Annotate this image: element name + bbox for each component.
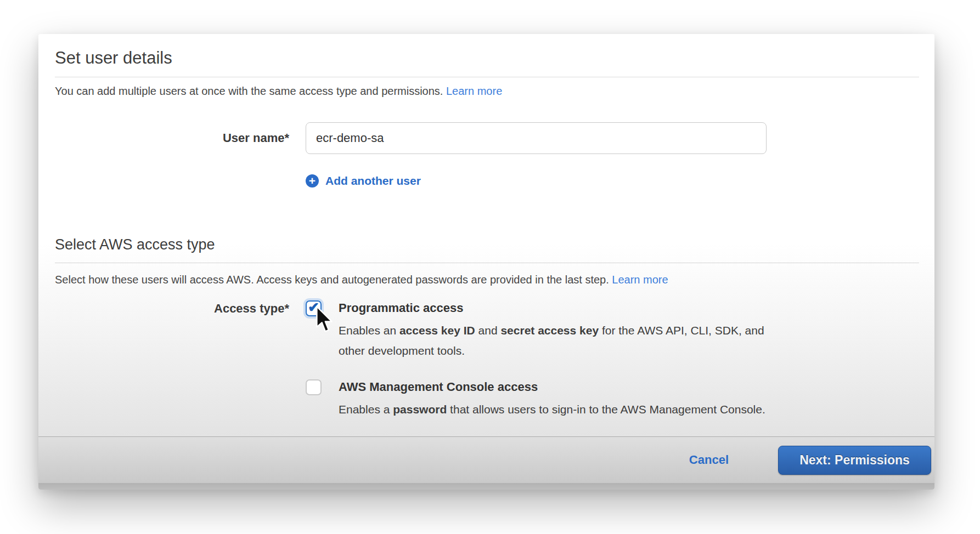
checkmark-icon: ✔ [308, 299, 319, 315]
access-type-section-heading: Select AWS access type [55, 236, 215, 253]
access-type-label: Access type* [55, 300, 289, 436]
option-console-access: ✔ AWS Management Console access Enables … [306, 379, 765, 419]
divider [55, 263, 919, 263]
access-type-description: Select how these users will access AWS. … [55, 274, 668, 286]
user-details-description-text: You can add multiple users at once with … [55, 85, 446, 97]
console-access-description: Enables a password that allows users to … [339, 399, 765, 419]
wizard-footer: Cancel Next: Permissions [38, 436, 934, 483]
learn-more-link-user-details[interactable]: Learn more [446, 85, 502, 97]
add-another-user-label: Add another user [325, 174, 421, 188]
page-title: Set user details [55, 48, 172, 68]
user-name-label: User name* [55, 131, 289, 145]
option-text: AWS Management Console access Enables a … [339, 379, 765, 419]
add-user-wizard-panel: Set user details You can add multiple us… [38, 34, 934, 490]
option-programmatic-access: ✔ Programmatic access Enables an access … [306, 300, 765, 361]
access-type-row: Access type* ✔ Programmatic access Enabl… [55, 300, 918, 436]
panel-bottom-edge [38, 483, 934, 490]
console-access-checkbox[interactable]: ✔ [306, 379, 322, 395]
divider [55, 77, 919, 77]
programmatic-access-title: Programmatic access [339, 300, 764, 315]
access-type-description-text: Select how these users will access AWS. … [55, 274, 612, 286]
programmatic-access-checkbox[interactable]: ✔ [306, 300, 322, 316]
learn-more-link-access-type[interactable]: Learn more [612, 274, 668, 286]
next-permissions-button[interactable]: Next: Permissions [778, 446, 931, 475]
plus-icon: + [306, 174, 319, 188]
console-access-title: AWS Management Console access [339, 379, 765, 394]
user-details-description: You can add multiple users at once with … [55, 85, 502, 98]
programmatic-access-description: Enables an access key ID and secret acce… [339, 320, 764, 361]
option-text: Programmatic access Enables an access ke… [339, 300, 764, 361]
wizard-content: Set user details You can add multiple us… [38, 34, 934, 436]
cancel-button[interactable]: Cancel [689, 453, 729, 467]
user-name-input[interactable] [306, 122, 767, 154]
user-name-row: User name* [55, 122, 918, 154]
add-another-user-link[interactable]: + Add another user [306, 174, 421, 188]
access-type-options: ✔ Programmatic access Enables an access … [306, 300, 765, 436]
